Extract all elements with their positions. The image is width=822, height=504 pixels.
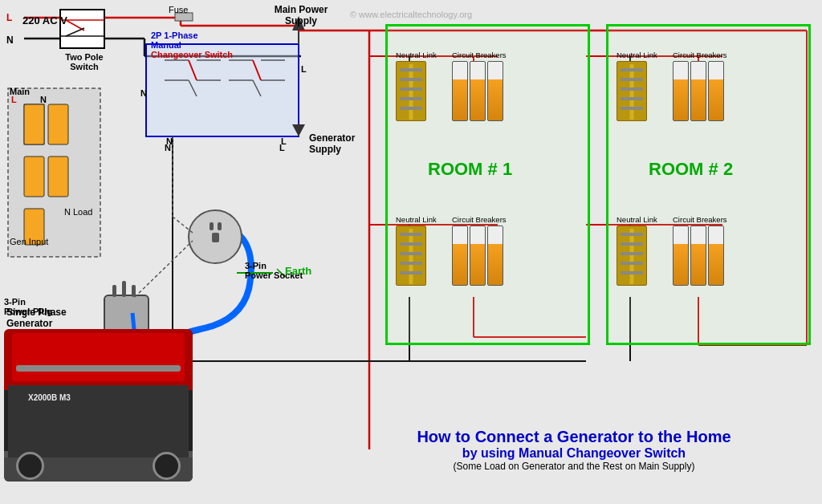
two-pole-switch-label: Two PoleSwitch [48, 52, 120, 71]
generator-label: Single PhaseGenerator [6, 307, 67, 329]
diagram-container: © www.electricaltechnology.org [0, 0, 822, 504]
svg-marker-29 [292, 124, 305, 136]
svg-rect-66 [210, 222, 214, 230]
svg-line-22 [253, 60, 261, 80]
room2-bottom-nl-group: Neutral Link [616, 215, 657, 286]
svg-rect-70 [112, 285, 116, 297]
gen-input-label: Gen Input [10, 237, 48, 246]
n-label-co-bottom: N [165, 143, 171, 152]
title-line1: How to Connect a Generator to the Home [345, 428, 803, 446]
bottom-title-area: How to Connect a Generator to the Home b… [345, 428, 803, 472]
svg-rect-59 [24, 104, 44, 144]
room-1-panel: ROOM # 1 Neutral Link Circuit Breakers [385, 24, 590, 345]
generator-image: X2000B M3 [4, 329, 193, 482]
room1-top-cb-group: Circuit Breakers [452, 51, 507, 121]
fuse-label: Fuse [169, 5, 188, 14]
l-label-changeover-right: L [301, 64, 307, 74]
room1-top-cb-label: Circuit Breakers [452, 51, 507, 59]
room2-bottom-nl-label: Neutral Link [616, 215, 657, 224]
room2-top-nl-group: Neutral Link [616, 51, 657, 121]
svg-line-21 [189, 60, 197, 80]
svg-rect-72 [132, 285, 136, 297]
svg-line-23 [189, 80, 197, 96]
svg-line-75 [135, 241, 193, 297]
room2-top-cb-group: Circuit Breakers [673, 51, 727, 121]
svg-rect-68 [212, 233, 219, 242]
n-label-changeover-left: N [140, 88, 147, 98]
room1-bottom-nl-label: Neutral Link [396, 215, 437, 224]
room-2-label: ROOM # 2 [649, 159, 733, 180]
room2-top-cb-label: Circuit Breakers [673, 51, 727, 59]
l-phase-label: L [6, 12, 12, 23]
l-label-co-bottom: L [279, 143, 285, 152]
watermark: © www.electricaltechnology.org [350, 10, 472, 19]
n-dist-label: N [40, 95, 47, 104]
voltage-label: 220 AC V [22, 14, 67, 26]
svg-rect-61 [48, 104, 68, 144]
svg-point-65 [189, 210, 242, 263]
load-label: N Load [64, 207, 92, 217]
svg-rect-62 [24, 156, 44, 197]
svg-line-9 [66, 20, 84, 30]
room2-bottom-cb-group: Circuit Breakers [673, 215, 727, 286]
room1-bottom-cb-label: Circuit Breakers [452, 215, 507, 224]
generator-supply-label: GeneratorSupply [309, 132, 355, 155]
svg-rect-63 [48, 156, 68, 197]
changeover-label: 2P 1-Phase Manual Changeover Switch [151, 30, 233, 59]
earth-label: Earth [285, 265, 311, 277]
svg-rect-71 [122, 281, 126, 297]
room-1-label: ROOM # 1 [428, 159, 512, 180]
title-line3: (Some Load on Generator and the Rest on … [345, 461, 803, 472]
n-phase-label: N [6, 35, 14, 46]
room1-top-nl-group: Neutral Link [396, 51, 437, 121]
room1-bottom-nl-group: Neutral Link [396, 215, 437, 286]
l-dist-label: L [11, 95, 17, 104]
svg-rect-60 [24, 104, 44, 144]
svg-line-74 [173, 217, 193, 233]
main-power-supply-label: Main PowerSupply [265, 4, 337, 26]
room2-top-nl-label: Neutral Link [616, 51, 657, 59]
room-2-panel: ROOM # 2 Neutral Link Circuit Breakers [606, 24, 811, 345]
svg-line-24 [253, 80, 261, 96]
svg-rect-58 [8, 88, 100, 257]
svg-line-10 [66, 28, 84, 36]
room1-top-nl-label: Neutral Link [396, 51, 437, 59]
svg-rect-67 [218, 222, 222, 230]
room1-bottom-cb-group: Circuit Breakers [452, 215, 507, 286]
room2-bottom-cb-label: Circuit Breakers [673, 215, 727, 224]
title-line2: by using Manual Changeover Switch [345, 446, 803, 461]
